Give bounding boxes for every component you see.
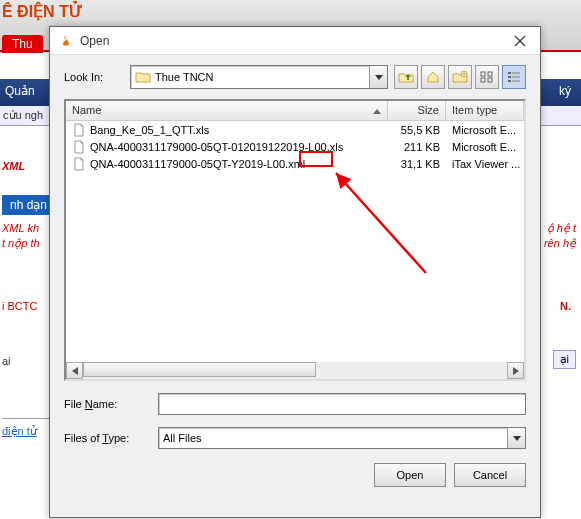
bg-xml-label: XML xyxy=(2,160,25,172)
details-view-icon xyxy=(507,71,521,83)
filename-input[interactable] xyxy=(158,393,526,415)
open-dialog: Open Look In: Thue TNCN xyxy=(49,26,541,518)
scroll-thumb[interactable] xyxy=(83,362,316,377)
open-button[interactable]: Open xyxy=(374,463,446,487)
bg-link-dientu[interactable]: điện tử xyxy=(2,418,52,438)
bg-nav-right: ký xyxy=(559,84,571,98)
file-icon xyxy=(72,157,86,171)
bg-red-text-r3: N. xyxy=(560,300,571,312)
lookin-value: Thue TNCN xyxy=(155,71,369,83)
file-list-header: Name Size Item type xyxy=(66,101,524,121)
titlebar: Open xyxy=(50,27,540,55)
filename-label: File Name: xyxy=(64,398,152,410)
bg-section-heading: nh dạn xyxy=(2,195,55,215)
home-button[interactable] xyxy=(421,65,445,89)
svg-rect-5 xyxy=(508,72,511,74)
bg-red-text-2: t nộp th xyxy=(2,237,40,250)
svg-rect-2 xyxy=(481,78,485,82)
file-size: 211 KB xyxy=(388,140,446,154)
filetype-value: All Files xyxy=(163,432,507,444)
svg-rect-1 xyxy=(481,72,485,76)
list-view-button[interactable] xyxy=(475,65,499,89)
file-row[interactable]: Bang_Ke_05_1_QTT.xls 55,5 KB Microsoft E… xyxy=(66,121,524,138)
file-type: Microsoft E... xyxy=(446,123,524,137)
file-name: QNA-4000311179000-05QT-Y2019-L00.xml xyxy=(90,158,305,170)
svg-rect-3 xyxy=(488,72,492,76)
details-view-button[interactable] xyxy=(502,65,526,89)
annotation-arrow xyxy=(326,163,436,283)
file-type: Microsoft E... xyxy=(446,140,524,154)
java-icon xyxy=(58,33,74,49)
column-type[interactable]: Item type xyxy=(446,101,524,120)
cancel-button[interactable]: Cancel xyxy=(454,463,526,487)
bg-button-ai[interactable]: ại xyxy=(553,350,576,369)
close-icon xyxy=(514,35,526,47)
chevron-down-icon xyxy=(375,75,383,80)
scroll-right-button[interactable] xyxy=(507,362,524,379)
file-size: 55,5 KB xyxy=(388,123,446,137)
column-size[interactable]: Size xyxy=(388,101,446,120)
bg-subnav-left: cứu ngh xyxy=(3,109,43,122)
svg-rect-9 xyxy=(508,80,511,82)
lookin-combo[interactable]: Thue TNCN xyxy=(130,65,388,89)
file-icon xyxy=(72,140,86,154)
chevron-left-icon xyxy=(72,367,78,375)
new-folder-icon xyxy=(452,70,468,84)
filetype-label: Files of Type: xyxy=(64,432,152,444)
bg-red-text-r1: ộ hệ t xyxy=(547,222,576,235)
svg-line-11 xyxy=(336,173,426,273)
dialog-title: Open xyxy=(80,34,508,48)
file-list[interactable]: Name Size Item type Bang_Ke_05_1_QTT.xls… xyxy=(64,99,526,381)
svg-rect-10 xyxy=(512,80,520,82)
bg-red-text-3: i BCTC xyxy=(2,300,37,312)
svg-rect-6 xyxy=(512,72,520,74)
file-icon xyxy=(72,123,86,137)
svg-rect-4 xyxy=(488,78,492,82)
home-icon xyxy=(426,70,440,84)
svg-rect-7 xyxy=(508,76,511,78)
filetype-dropdown-arrow[interactable] xyxy=(507,428,525,448)
bg-red-text-1: XML kh xyxy=(2,222,39,234)
folder-icon xyxy=(135,70,151,84)
lookin-label: Look In: xyxy=(64,71,124,83)
chevron-right-icon xyxy=(513,367,519,375)
new-folder-button[interactable] xyxy=(448,65,472,89)
up-folder-button[interactable] xyxy=(394,65,418,89)
bg-red-text-r2: rên hệ xyxy=(544,237,576,250)
chevron-down-icon xyxy=(513,436,521,441)
file-name: Bang_Ke_05_1_QTT.xls xyxy=(90,124,209,136)
bg-title-fragment: Ê ĐIỆN TỬ xyxy=(2,2,83,21)
column-name[interactable]: Name xyxy=(66,101,388,120)
file-row[interactable]: QNA-4000311179000-05QT-012019122019-L00.… xyxy=(66,138,524,155)
bg-nav-left: Quản xyxy=(5,84,35,98)
list-view-icon xyxy=(480,71,494,83)
bg-label-ai: ai xyxy=(2,355,11,367)
svg-rect-8 xyxy=(512,76,520,78)
bg-red-tab: Thu xyxy=(2,35,43,53)
file-row[interactable]: QNA-4000311179000-05QT-Y2019-L00.xml 31,… xyxy=(66,155,524,172)
lookin-dropdown-arrow[interactable] xyxy=(369,66,387,88)
file-type: iTax Viewer ... xyxy=(446,157,524,171)
close-button[interactable] xyxy=(508,32,532,50)
up-folder-icon xyxy=(398,70,414,84)
scroll-left-button[interactable] xyxy=(66,362,83,379)
horizontal-scrollbar[interactable] xyxy=(66,362,524,379)
filetype-combo[interactable]: All Files xyxy=(158,427,526,449)
